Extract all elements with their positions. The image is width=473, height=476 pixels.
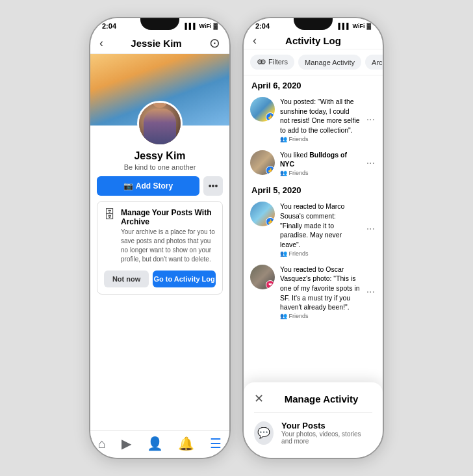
activity-thumb-dog: 👍: [250, 150, 275, 175]
sheet-header: ✕ Manage Activity: [254, 391, 372, 413]
add-story-button[interactable]: 📷 Add Story: [97, 176, 199, 196]
activity-item-3: 👍 You reacted to Marco Sousa's comment: …: [244, 198, 383, 260]
not-now-button[interactable]: Not now: [104, 271, 149, 287]
activity-content-3: You reacted to Marco Sousa's comment: "F…: [280, 202, 360, 256]
activity-item: 👍 You posted: "With all the sunshine tod…: [244, 93, 383, 146]
archive-card: 🗄 Manage Your Posts With Archive Your ar…: [97, 201, 223, 295]
wifi-icon: WiFi: [199, 23, 212, 29]
activity-content-4: You reacted to Oscar Vasquez's photo: "T…: [280, 265, 360, 319]
display-name: Jessy Kim: [97, 150, 223, 162]
battery-icon-r: ▓: [366, 23, 371, 29]
sheet-title: Manage Activity: [270, 393, 372, 404]
signal-icon-r: ▌▌▌: [338, 23, 350, 29]
avatar-body: [144, 109, 176, 144]
sheet-your-posts-item[interactable]: 💬 Your Posts Your photos, videos, storie…: [254, 421, 372, 445]
archive-card-title: Manage Your Posts With Archive: [121, 208, 216, 226]
activity-text-4: You reacted to Oscar Vasquez's photo: "T…: [280, 265, 360, 312]
your-posts-sublabel: Your photos, videos, stories and more: [281, 430, 372, 445]
right-status-icons: ▌▌▌ WiFi ▓: [338, 23, 371, 29]
activity-list: April 6, 2020 👍 You posted: "With all th…: [244, 75, 383, 401]
nav-bell-icon[interactable]: 🔔: [178, 436, 194, 451]
your-posts-label: Your Posts: [281, 421, 372, 430]
like-badge: 👍: [266, 112, 275, 122]
filters-tab-label: ⚙ Filters: [260, 58, 288, 66]
date-header-april6: April 6, 2020: [244, 75, 383, 93]
cover-photo: [90, 54, 229, 126]
date-header-april5: April 5, 2020: [244, 180, 383, 198]
activity-item-4: ❤ You reacted to Oscar Vasquez's photo: …: [244, 261, 383, 323]
activity-more-button-2[interactable]: ···: [365, 157, 376, 169]
battery-icon: ▓: [213, 23, 218, 29]
activity-more-button-4[interactable]: ···: [365, 286, 376, 298]
archive-icon: 🗄: [104, 208, 116, 222]
bottom-nav: ⌂ ▶ 👤 🔔 ☰: [90, 430, 229, 458]
left-status-icons: ▌▌▌ WiFi ▓: [185, 23, 218, 29]
profile-info: Jessy Kim Be kind to one another: [90, 150, 229, 176]
left-time: 2:04: [102, 22, 116, 30]
activity-thumb-ocean: 👍: [250, 202, 275, 226]
activity-audience-3: 👥 Friends: [280, 250, 360, 257]
activity-text-3: You reacted to Marco Sousa's comment: "F…: [280, 202, 360, 249]
right-header: ‹ Activity Log: [244, 31, 383, 49]
wifi-icon-r: WiFi: [353, 23, 365, 29]
right-time: 2:04: [255, 22, 270, 30]
avatar: [137, 101, 183, 146]
manage-activity-tab-label: Manage Activity: [305, 59, 355, 66]
dots-icon: •••: [209, 181, 218, 191]
activity-content-2: You liked Bulldogs of NYC 👥 Friends: [280, 150, 360, 176]
activity-text-1: You posted: "With all the sunshine today…: [280, 97, 360, 135]
bio-text: Be kind to one another: [97, 163, 223, 171]
activity-audience-2: 👥 Friends: [280, 170, 360, 176]
activity-log-back-button[interactable]: ‹: [253, 34, 257, 47]
activity-audience-1: 👥 Friends: [280, 136, 360, 142]
tab-filters[interactable]: ⚙ ⚙ Filters: [250, 55, 294, 70]
left-status-bar: 2:04 ▌▌▌ WiFi ▓: [90, 18, 229, 31]
nav-watch-icon[interactable]: ▶: [121, 436, 131, 451]
nav-menu-icon[interactable]: ☰: [210, 436, 222, 451]
heart-badge: ❤: [266, 280, 275, 289]
sheet-item-text: Your Posts Your photos, videos, stories …: [281, 421, 372, 445]
nav-profile-icon[interactable]: 👤: [147, 436, 163, 451]
scene: 2:04 ▌▌▌ WiFi ▓ ‹ Jessie Kim ⊙ Jessy Ki: [76, 4, 397, 472]
archive-tab-label: Archive: [372, 59, 383, 66]
avatar-image: [139, 103, 181, 144]
profile-icon-button[interactable]: ⊙: [209, 35, 220, 51]
add-story-label: Add Story: [136, 181, 173, 191]
activity-thumb-beach: 👍: [250, 97, 275, 122]
like-badge-3: 👍: [266, 217, 275, 226]
left-header: ‹ Jessie Kim ⊙: [90, 31, 229, 54]
archive-card-header: 🗄 Manage Your Posts With Archive Your ar…: [104, 208, 216, 264]
right-status-bar: 2:04 ▌▌▌ WiFi ▓: [244, 18, 383, 31]
tab-archive[interactable]: Archive: [365, 55, 383, 70]
your-posts-icon: 💬: [254, 421, 274, 445]
action-row: 📷 Add Story •••: [90, 176, 229, 201]
activity-content-1: You posted: "With all the sunshine today…: [280, 97, 360, 142]
nav-home-icon[interactable]: ⌂: [98, 436, 106, 451]
activity-thumb-rocks: ❤: [250, 265, 275, 289]
activity-more-button-1[interactable]: ···: [365, 114, 376, 126]
archive-card-actions: Not now Go to Activity Log: [104, 271, 216, 287]
like-badge-2: 👍: [266, 166, 275, 175]
archive-card-desc: Your archive is a place for you to save …: [121, 228, 216, 264]
profile-name-header: Jessie Kim: [131, 38, 181, 49]
activity-log-title: Activity Log: [285, 35, 341, 46]
activity-text-2: You liked Bulldogs of NYC: [280, 150, 360, 169]
sheet-close-button[interactable]: ✕: [254, 391, 264, 406]
go-to-activity-log-button[interactable]: Go to Activity Log: [153, 271, 216, 287]
avatar-head: [152, 103, 168, 108]
activity-more-button-3[interactable]: ···: [365, 223, 376, 235]
right-phone: 2:04 ▌▌▌ WiFi ▓ ‹ Activity Log ⚙ ⚙ Filte…: [242, 17, 384, 459]
activity-item-2: 👍 You liked Bulldogs of NYC 👥 Friends ··…: [244, 146, 383, 180]
left-phone: 2:04 ▌▌▌ WiFi ▓ ‹ Jessie Kim ⊙ Jessy Ki: [89, 17, 231, 459]
filter-tabs: ⚙ ⚙ Filters Manage Activity Archive: [244, 49, 383, 75]
back-button[interactable]: ‹: [99, 36, 103, 50]
camera-icon: 📷: [123, 181, 133, 191]
activity-audience-4: 👥 Friends: [280, 313, 360, 319]
tab-manage-activity[interactable]: Manage Activity: [298, 55, 361, 70]
posts-icon-glyph: 💬: [257, 427, 270, 439]
archive-card-text: Manage Your Posts With Archive Your arch…: [121, 208, 216, 264]
signal-icon: ▌▌▌: [185, 23, 197, 29]
manage-activity-sheet: ✕ Manage Activity 💬 Your Posts Your phot…: [244, 382, 383, 458]
more-options-button[interactable]: •••: [203, 176, 223, 196]
